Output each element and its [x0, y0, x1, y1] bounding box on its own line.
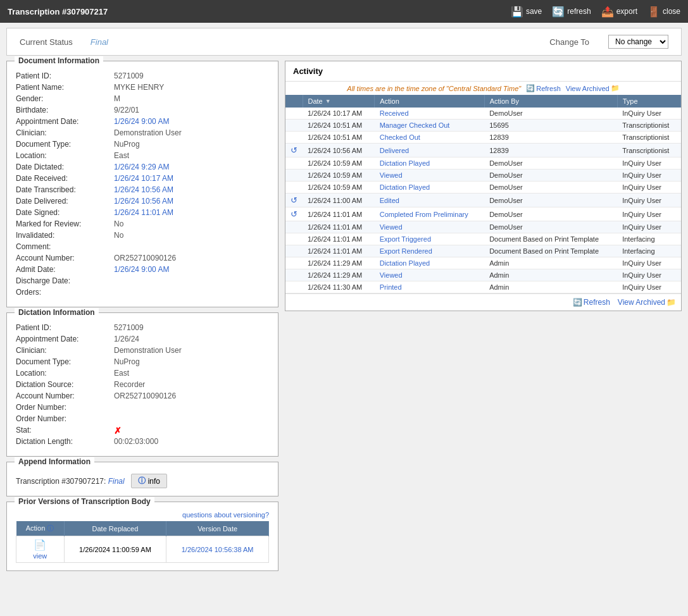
activity-row: 1/26/24 11:29 AMViewedAdminInQuiry User [285, 269, 681, 281]
save-icon: 💾 [511, 6, 523, 18]
type-cell: InQuiry User [617, 207, 680, 221]
activity-row: 1/26/24 10:59 AMDictation PlayedDemoUser… [285, 182, 681, 194]
save-button[interactable]: 💾 save [511, 6, 542, 18]
dict-doc-type-row: Document Type: NuProg [16, 357, 269, 367]
admit-date-label: Admit Date: [16, 265, 114, 275]
date-cell: 1/26/24 10:17 AM [303, 108, 375, 120]
activity-row: 1/26/24 11:01 AMExport TriggeredDocument… [285, 233, 681, 245]
undo-icon[interactable]: ↺ [291, 145, 297, 155]
undo-cell [285, 281, 303, 293]
undo-cell[interactable]: ↺ [285, 144, 303, 157]
action-cell: Checked Out [375, 132, 484, 144]
doc-type-value: NuProg [114, 140, 140, 150]
undo-cell[interactable]: ↺ [285, 207, 303, 221]
marked-review-label: Marked for Review: [16, 219, 114, 230]
dictation-info-title: Dictation Information [15, 308, 99, 317]
invalidated-value: No [114, 231, 123, 241]
prior-versions-table: Action ⓘ Date Replaced Version Date 📄vie… [16, 521, 269, 563]
location-label: Location: [16, 151, 114, 161]
activity-bottom-refresh[interactable]: 🔄 Refresh [573, 298, 610, 307]
date-signed-row: Date Signed: 1/26/24 11:01 AM [16, 208, 269, 218]
undo-icon[interactable]: ↺ [291, 195, 297, 205]
action-cell: Viewed [375, 221, 484, 233]
action-cell: Edited [375, 194, 484, 207]
date-delivered-row: Date Delivered: 1/26/24 10:56 AM [16, 197, 269, 207]
refresh-icon-bottom: 🔄 [573, 298, 582, 307]
action-by-cell: DemoUser [484, 157, 617, 169]
prior-versions-body: 📄view1/26/2024 11:00:59 AM1/26/2024 10:5… [16, 536, 269, 563]
activity-section: Activity All times are in the time zone … [285, 61, 682, 311]
activity-bottom-view-archived[interactable]: View Archived 📁 [618, 298, 676, 307]
refresh-button[interactable]: 🔄 refresh [552, 6, 591, 18]
date-cell: 1/26/24 10:59 AM [303, 157, 375, 169]
prior-versions-title: Prior Versions of Transcription Body [15, 497, 154, 506]
date-cell: 1/26/24 10:51 AM [303, 120, 375, 132]
action-cell: Received [375, 108, 484, 120]
clinician-row: Clinician: Demonstration User [16, 128, 269, 139]
close-button[interactable]: 🚪 close [647, 6, 680, 18]
close-icon: 🚪 [647, 6, 660, 18]
activity-action-by-col: Action By [484, 95, 617, 108]
activity-top-refresh[interactable]: 🔄 Refresh [526, 84, 561, 92]
clinician-label: Clinician: [16, 128, 114, 139]
patient-id-row: Patient ID: 5271009 [16, 71, 269, 82]
undo-cell[interactable]: ↺ [285, 194, 303, 207]
current-status-value: Final [91, 37, 108, 47]
export-button[interactable]: 📤 export [601, 6, 637, 18]
activity-row: 1/26/24 10:59 AMViewedDemoUserInQuiry Us… [285, 169, 681, 182]
action-cell: Delivered [375, 144, 484, 157]
invalidated-row: Invalidated: No [16, 231, 269, 241]
info-button[interactable]: ⓘ info [131, 474, 167, 488]
undo-cell [285, 257, 303, 269]
undo-cell [285, 269, 303, 281]
action-by-cell: 12839 [484, 132, 617, 144]
type-cell: Transcriptionist [617, 144, 680, 157]
dict-clinician-label: Clinician: [16, 346, 114, 356]
activity-timezone: All times are in the time zone of "Centr… [285, 82, 681, 95]
view-link[interactable]: view [33, 552, 47, 560]
prior-version-date-col-header: Version Date [166, 521, 269, 536]
birthdate-label: Birthdate: [16, 106, 114, 116]
type-cell: Transcriptionist [617, 132, 680, 144]
activity-row: 1/26/24 10:17 AMReceivedDemoUserInQuiry … [285, 108, 681, 120]
dict-order2-row: Order Number: [16, 414, 269, 424]
undo-cell [285, 120, 303, 132]
doc-type-row: Document Type: NuProg [16, 140, 269, 150]
dict-length-value: 00:02:03:000 [114, 437, 158, 447]
dict-account-row: Account Number: OR252710090126 [16, 391, 269, 402]
appointment-date-value: 1/26/24 9:00 AM [114, 117, 169, 127]
patient-id-label: Patient ID: [16, 71, 114, 82]
action-by-cell: DemoUser [484, 194, 617, 207]
date-dictated-value: 1/26/24 9:29 AM [114, 163, 169, 173]
dict-appt-date-value: 1/26/24 [114, 335, 139, 345]
undo-icon[interactable]: ↺ [291, 209, 297, 219]
change-to-select[interactable]: No change Preliminary Final [608, 35, 668, 49]
dict-appt-date-row: Appointment Date: 1/26/24 [16, 335, 269, 345]
dict-stat-row: Stat: ✗ [16, 426, 269, 436]
date-cell: 1/26/24 11:29 AM [303, 257, 375, 269]
activity-date-col: Date ▼ [303, 95, 375, 108]
dict-order1-row: Order Number: [16, 403, 269, 413]
action-cell: Export Rendered [375, 245, 484, 257]
activity-title: Activity [293, 66, 323, 76]
action-cell: Dictation Played [375, 257, 484, 269]
dict-patient-id-label: Patient ID: [16, 323, 114, 333]
action-cell: Manager Checked Out [375, 120, 484, 132]
activity-row: ↺1/26/24 10:56 AMDelivered12839Transcrip… [285, 144, 681, 157]
activity-bottom-bar: 🔄 Refresh View Archived 📁 [285, 293, 681, 311]
questions-about-versioning-link[interactable]: questions about versioning? [182, 511, 269, 519]
action-by-cell: 15695 [484, 120, 617, 132]
view-archived-icon-bottom: 📁 [666, 298, 676, 307]
date-sort-icon: ▼ [325, 98, 331, 104]
prior-action-col-header: Action ⓘ [16, 521, 65, 536]
activity-top-view-archived[interactable]: View Archived 📁 [566, 84, 620, 92]
activity-undo-col [285, 95, 303, 108]
undo-cell [285, 182, 303, 194]
action-by-cell: DemoUser [484, 221, 617, 233]
refresh-icon-top: 🔄 [526, 84, 535, 92]
dict-patient-id-value: 5271009 [114, 323, 144, 333]
append-text: Transcription #307907217: Final [16, 477, 125, 486]
prior-versions-header-row: Action ⓘ Date Replaced Version Date [16, 521, 269, 536]
action-cell: Completed From Preliminary [375, 207, 484, 221]
append-information-section: Append Information Transcription #307907… [6, 462, 278, 496]
